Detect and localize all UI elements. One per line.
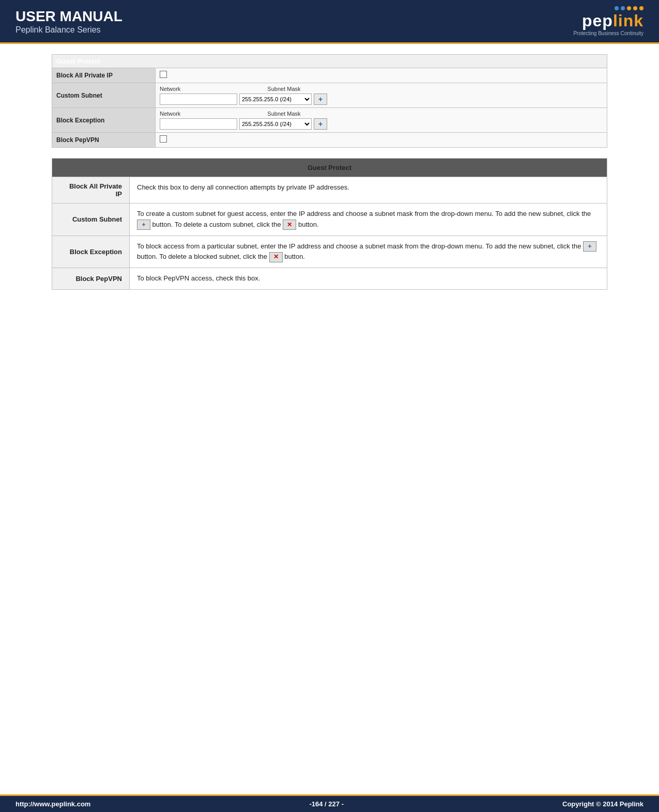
page-subtitle: Peplink Balance Series [16, 25, 122, 35]
block-exception-entry: 255.255.255.0 (/24) + [160, 118, 603, 130]
ui-label-custom-subnet: Custom Subnet [52, 83, 156, 108]
doc-label-block-all-private: Block All PrivateIP [52, 177, 130, 204]
block-exception-network-input[interactable] [160, 118, 237, 130]
logo-pep: pep [582, 11, 613, 30]
doc-row-custom-subnet: Custom Subnet To create a custom subnet … [52, 204, 607, 236]
block-exception-mask-label: Subnet Mask [267, 111, 300, 117]
doc-content-custom-subnet: To create a custom subnet for guest acce… [130, 204, 607, 236]
ui-row-block-all-private: Block All Private IP [52, 68, 607, 83]
doc-desc-block-pepvpn: To block PepVPN access, check this box. [137, 274, 260, 282]
doc-del-icon-exception: ✕ [269, 252, 283, 262]
doc-row-block-exception: Block Exception To block access from a p… [52, 236, 607, 268]
ui-table-header-row: Guest Protect [52, 55, 607, 68]
logo-dot-2 [621, 6, 625, 10]
doc-content-block-all-private: Check this box to deny all connection at… [130, 177, 607, 204]
custom-subnet-mask-label: Subnet Mask [267, 86, 300, 92]
ui-row-block-exception: Block Exception Network Subnet Mask 255.… [52, 108, 607, 133]
ui-label-block-exception: Block Exception [52, 108, 156, 133]
logo-dot-5 [639, 6, 643, 10]
ui-row-custom-subnet: Custom Subnet Network Subnet Mask 255.25… [52, 83, 607, 108]
custom-subnet-network-input[interactable] [160, 93, 237, 105]
page-header: USER MANUAL Peplink Balance Series pepli… [0, 0, 659, 44]
doc-table: Guest Protect Block All PrivateIP Check … [52, 158, 607, 290]
block-exception-section: Network Subnet Mask 255.255.255.0 (/24) … [160, 111, 603, 130]
logo-dots [615, 6, 643, 10]
doc-label-custom-subnet: Custom Subnet [52, 204, 130, 236]
ui-content-block-exception: Network Subnet Mask 255.255.255.0 (/24) … [156, 108, 607, 133]
main-content: Guest Protect Block All Private IP Custo… [0, 44, 659, 794]
logo-tagline: Protecting Business Continuity [573, 30, 643, 36]
custom-subnet-network-label: Network [160, 86, 180, 92]
doc-table-header-row: Guest Protect [52, 159, 607, 177]
block-exception-header: Network Subnet Mask [160, 111, 603, 117]
doc-row-block-pepvpn: Block PepVPN To block PepVPN access, che… [52, 268, 607, 290]
footer-copyright: Copyright © 2014 Peplink [562, 800, 643, 808]
logo-dot-1 [615, 6, 619, 10]
custom-subnet-header: Network Subnet Mask [160, 86, 603, 92]
doc-label-block-exception: Block Exception [52, 236, 130, 268]
doc-label-custom-subnet-text: Custom Subnet [72, 215, 122, 223]
doc-table-title: Guest Protect [52, 159, 607, 177]
ui-label-block-all-private: Block All Private IP [52, 68, 156, 83]
doc-add-icon-custom: + [137, 220, 150, 230]
logo-link: link [613, 11, 643, 30]
doc-label-block-all-private-text: Block All PrivateIP [69, 182, 122, 198]
custom-subnet-mask-select[interactable]: 255.255.255.0 (/24) [239, 93, 312, 105]
block-pepvpn-checkbox[interactable] [160, 135, 167, 143]
ui-content-block-all-private [156, 68, 607, 83]
doc-row-block-all-private: Block All PrivateIP Check this box to de… [52, 177, 607, 204]
doc-desc-block-all-private: Check this box to deny all connection at… [137, 183, 349, 191]
ui-table-title: Guest Protect [52, 55, 607, 68]
custom-subnet-section: Network Subnet Mask 255.255.255.0 (/24) … [160, 86, 603, 105]
logo-text: peplink [582, 11, 643, 30]
doc-content-block-pepvpn: To block PepVPN access, check this box. [130, 268, 607, 290]
ui-content-custom-subnet: Network Subnet Mask 255.255.255.0 (/24) … [156, 83, 607, 108]
header-left: USER MANUAL Peplink Balance Series [16, 8, 122, 35]
doc-label-block-exception-text: Block Exception [70, 248, 122, 256]
block-all-private-checkbox[interactable] [160, 71, 167, 78]
custom-subnet-add-button[interactable]: + [314, 93, 327, 105]
footer-url: http://www.peplink.com [16, 800, 90, 808]
page-title: USER MANUAL [16, 8, 122, 25]
custom-subnet-entry: 255.255.255.0 (/24) + [160, 93, 603, 105]
footer-page: -164 / 227 - [309, 800, 344, 808]
block-exception-add-button[interactable]: + [314, 118, 327, 130]
doc-content-block-exception: To block access from a particular subnet… [130, 236, 607, 268]
logo-dot-4 [633, 6, 637, 10]
ui-content-block-pepvpn [156, 133, 607, 148]
doc-label-block-pepvpn-text: Block PepVPN [75, 275, 122, 283]
doc-add-icon-exception: + [583, 241, 596, 252]
doc-label-block-pepvpn: Block PepVPN [52, 268, 130, 290]
page-footer: http://www.peplink.com -164 / 227 - Copy… [0, 794, 659, 812]
ui-row-block-pepvpn: Block PepVPN [52, 133, 607, 148]
block-exception-mask-select[interactable]: 255.255.255.0 (/24) [239, 118, 312, 130]
block-exception-network-label: Network [160, 111, 180, 117]
header-logo: peplink Protecting Business Continuity [573, 6, 643, 36]
ui-label-block-pepvpn: Block PepVPN [52, 133, 156, 148]
doc-del-icon-custom: ✕ [283, 220, 296, 230]
logo-dot-3 [627, 6, 631, 10]
ui-screenshot-table: Guest Protect Block All Private IP Custo… [52, 54, 607, 148]
